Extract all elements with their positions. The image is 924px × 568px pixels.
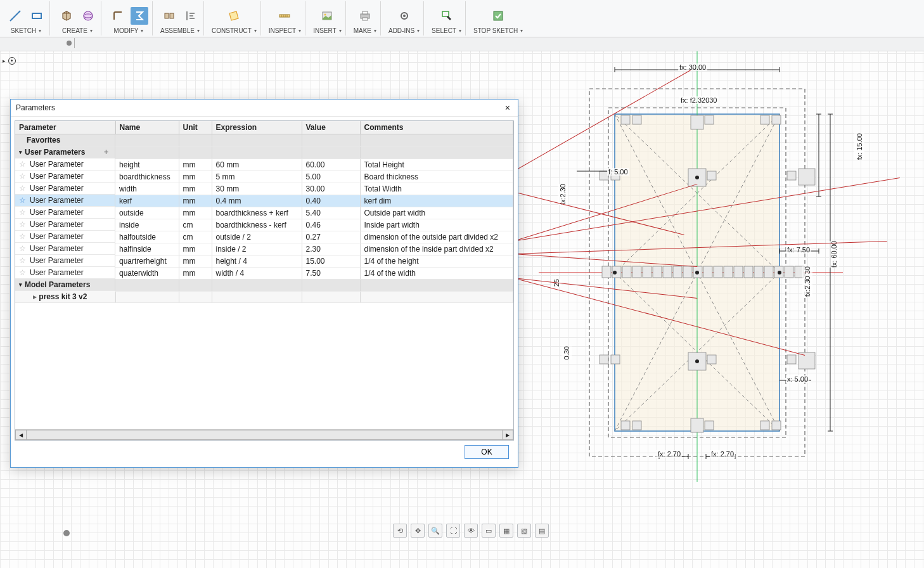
table-row[interactable]: ☆User Parameterquaterwidthmmwidth / 47.5… <box>15 267 513 279</box>
dialog-title: Parameters <box>16 103 55 112</box>
group-model-parameters[interactable]: ▾ Model Parameters <box>15 279 513 291</box>
favorite-star-icon[interactable]: ☆ <box>19 172 26 181</box>
assemble-label[interactable]: ASSEMBLE <box>160 25 200 36</box>
viewports-icon[interactable]: ▧ <box>517 524 531 538</box>
table-row[interactable]: ☆User Parameterhalfoutsidecmoutside / 20… <box>15 231 513 243</box>
pan-icon[interactable]: ✥ <box>411 524 425 538</box>
dim-270r[interactable]: fx: 2.70 <box>710 450 735 458</box>
addins-label[interactable]: ADD-INS <box>388 25 420 36</box>
sketch-line-icon[interactable] <box>6 7 24 25</box>
dim-230r[interactable]: fx:2.30 30 <box>802 266 812 297</box>
construct-label[interactable]: CONSTRUCT <box>212 25 257 36</box>
favorite-star-icon[interactable]: ☆ <box>19 232 26 241</box>
favorite-star-icon[interactable]: ☆ <box>19 184 26 193</box>
favorite-star-icon[interactable]: ☆ <box>19 160 26 169</box>
plane-icon[interactable] <box>225 7 243 25</box>
fillet-icon[interactable] <box>109 7 127 25</box>
stopsketch-label[interactable]: STOP SKETCH <box>473 25 523 36</box>
scroll-right-icon[interactable]: ▶ <box>502 430 513 440</box>
display-icon[interactable]: ▭ <box>482 524 496 538</box>
gear-icon[interactable] <box>395 7 413 25</box>
dim-750[interactable]: fx: 7.50 <box>786 246 811 254</box>
dim-230top[interactable]: fx: f2.32030 <box>679 96 719 104</box>
table-row[interactable]: ☆User Parameterquartrerheightmmheight / … <box>15 255 513 267</box>
dim-030v[interactable]: 0.30 <box>561 346 572 359</box>
dialog-titlebar[interactable]: Parameters × <box>11 100 518 117</box>
joint-icon[interactable] <box>160 7 178 25</box>
sketch-rect-icon[interactable] <box>28 7 46 25</box>
look-icon[interactable]: 👁 <box>464 524 478 538</box>
select-icon[interactable] <box>438 7 456 25</box>
insert-label[interactable]: INSERT <box>313 25 342 36</box>
grid-icon[interactable]: ▦ <box>499 524 513 538</box>
dim-270l[interactable]: fx: 2.70 <box>657 450 682 458</box>
inspect-label[interactable]: INSPECT <box>269 25 301 36</box>
table-row[interactable]: ☆User Parameterkerfmm0.4 mm0.40kerf dim <box>15 195 513 207</box>
svg-rect-37 <box>787 171 796 180</box>
favorite-star-icon[interactable]: ☆ <box>19 268 26 277</box>
favorite-star-icon[interactable]: ☆ <box>19 208 26 217</box>
add-parameter-icon[interactable]: + <box>104 148 111 157</box>
svg-point-83 <box>695 359 699 363</box>
layout-icon[interactable]: ▤ <box>535 524 549 538</box>
favorite-star-icon[interactable]: ☆ <box>19 220 26 229</box>
model-child-row[interactable]: ▸ press kit 3 v2 <box>15 291 513 303</box>
sketch-label[interactable]: SKETCH <box>11 25 42 36</box>
group-user-parameters[interactable]: ▾ User Parameters+ <box>15 146 513 158</box>
dim-5l[interactable]: f: 5.00 <box>607 168 629 176</box>
modify-label[interactable]: MODIFY <box>114 25 144 36</box>
ok-button[interactable]: OK <box>465 445 509 459</box>
dim-230l[interactable]: fx:2.30 <box>558 184 568 205</box>
svg-rect-36 <box>707 171 716 180</box>
select-label[interactable]: SELECT <box>432 25 461 36</box>
table-row[interactable]: ☆User Parameterinsidecmboardthickness - … <box>15 219 513 231</box>
box-icon[interactable] <box>58 7 75 25</box>
svg-rect-10 <box>363 18 368 20</box>
dim-60[interactable]: fx: 60.00 <box>829 241 839 268</box>
insert-image-icon[interactable] <box>318 7 336 25</box>
dim-15[interactable]: fx: 15.00 <box>854 133 864 160</box>
make-label[interactable]: MAKE <box>354 25 376 36</box>
favorite-star-icon[interactable]: ☆ <box>19 256 26 265</box>
table-row[interactable]: ☆User Parameterheightmm60 mm60.00Total H… <box>15 158 513 171</box>
sigma-icon[interactable] <box>131 7 148 25</box>
table-row[interactable]: ☆User Parameterhalfinsidemminside / 22.3… <box>15 243 513 255</box>
favorite-star-icon[interactable]: ☆ <box>19 196 26 205</box>
main-toolbar: SKETCH CREATE MODIFY ASSEMBLE CONSTRUCT … <box>0 0 924 37</box>
col-unit[interactable]: Unit <box>179 121 212 134</box>
tool-group-stopsketch: STOP SKETCH <box>470 1 527 36</box>
zoom-icon[interactable]: 🔍 <box>428 524 442 538</box>
dim-5r[interactable]: x: 5.00 <box>786 375 809 383</box>
svg-rect-65 <box>621 421 630 430</box>
svg-rect-50 <box>714 266 722 278</box>
svg-rect-47 <box>683 266 692 278</box>
fit-icon[interactable]: ⛶ <box>446 524 460 538</box>
timeline-marker-icon[interactable] <box>63 530 70 536</box>
favorite-star-icon[interactable]: ☆ <box>19 244 26 253</box>
svg-rect-66 <box>632 421 641 430</box>
sphere-icon[interactable] <box>79 7 97 25</box>
stop-sketch-icon[interactable] <box>489 7 507 25</box>
group-favorites[interactable]: Favorites <box>15 134 513 147</box>
col-parameter[interactable]: Parameter <box>15 121 115 134</box>
close-icon[interactable]: × <box>503 103 513 113</box>
table-row[interactable]: ☆User Parameterboardthicknessmm5 mm5.00B… <box>15 171 513 183</box>
dim-width[interactable]: fx: 30.00 <box>678 63 707 71</box>
scroll-track[interactable] <box>27 430 502 440</box>
horizontal-scrollbar[interactable]: ◀ ▶ <box>15 429 513 440</box>
col-comments[interactable]: Comments <box>360 121 513 134</box>
table-row[interactable]: ☆User Parameteroutsidemmboardthickness +… <box>15 207 513 219</box>
scroll-left-icon[interactable]: ◀ <box>15 430 27 440</box>
parameters-table: Parameter Name Unit Expression Value Com… <box>15 121 513 303</box>
measure-icon[interactable] <box>276 7 293 25</box>
orbit-icon[interactable]: ⟲ <box>393 524 407 538</box>
browser-tree-node[interactable]: ▸ <box>3 57 16 65</box>
align-icon[interactable] <box>182 7 200 25</box>
col-name[interactable]: Name <box>115 121 179 134</box>
table-row[interactable]: ☆User Parameterwidthmm30 mm30.00Total Wi… <box>15 183 513 195</box>
svg-rect-63 <box>787 355 796 364</box>
col-value[interactable]: Value <box>302 121 360 134</box>
col-expression[interactable]: Expression <box>212 121 302 134</box>
create-label[interactable]: CREATE <box>62 25 93 36</box>
print-icon[interactable] <box>356 7 374 25</box>
